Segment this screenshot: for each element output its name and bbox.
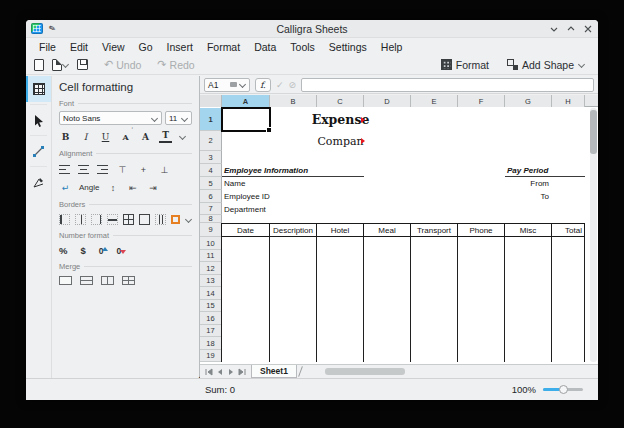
dock-tab-default-tool[interactable] — [26, 107, 51, 133]
align-left-icon[interactable] — [59, 165, 70, 174]
table-header-cell[interactable]: Description — [269, 223, 317, 237]
superscript-button[interactable]: A — [119, 130, 132, 143]
accept-formula-icon[interactable]: ✓ — [276, 80, 284, 90]
bold-button[interactable]: B — [59, 130, 72, 143]
align-middle-icon[interactable]: + — [137, 163, 150, 176]
dock-tab-cell-tools[interactable] — [26, 76, 51, 102]
dock-tab-calligraphy-tool[interactable] — [26, 169, 51, 195]
row-header-11[interactable]: 11 — [200, 250, 222, 262]
menu-item[interactable]: Go — [132, 40, 160, 54]
cell-A7[interactable]: Department — [222, 203, 317, 215]
format-button[interactable]: Format — [436, 57, 494, 73]
row-header-8[interactable]: 8 — [200, 215, 222, 223]
menu-item[interactable]: Data — [247, 40, 283, 54]
border-vertical-icon[interactable] — [75, 214, 86, 225]
menu-item[interactable]: Edit — [63, 40, 95, 54]
table-header-cell[interactable]: Phone — [457, 223, 505, 237]
horizontal-scrollbar-thumb[interactable] — [325, 368, 405, 375]
menu-item[interactable]: File — [32, 40, 63, 54]
table-header-cell[interactable]: Transport — [410, 223, 458, 237]
merge-cells-icon[interactable] — [59, 276, 72, 285]
unmerge-cells-icon[interactable] — [122, 276, 135, 285]
undo-label[interactable]: Undo — [116, 59, 141, 71]
cell-reference-box[interactable]: A1 — [204, 78, 250, 92]
border-left-icon[interactable] — [59, 214, 70, 225]
cell-C1[interactable]: Expense — [317, 108, 364, 131]
align-right-icon[interactable] — [97, 165, 108, 174]
column-header-E[interactable]: E — [411, 95, 458, 107]
row-header-12[interactable]: 12 — [200, 262, 222, 275]
sheet-tab[interactable]: Sheet1 — [251, 365, 297, 378]
vertical-scrollbar-thumb[interactable] — [590, 110, 597, 154]
subscript-button[interactable]: A — [139, 130, 152, 143]
row-header-16[interactable]: 16 — [200, 312, 222, 325]
minimize-icon[interactable] — [550, 25, 558, 33]
column-header-C[interactable]: C — [317, 95, 364, 107]
first-sheet-icon[interactable] — [204, 367, 213, 376]
next-sheet-icon[interactable] — [226, 367, 235, 376]
border-color-swatch[interactable] — [171, 215, 180, 224]
row-header-10[interactable]: 10 — [200, 237, 222, 250]
row-header-14[interactable]: 14 — [200, 287, 222, 300]
select-all-corner[interactable] — [200, 95, 222, 107]
row-header-2[interactable]: 2 — [200, 131, 222, 151]
row-header-18[interactable]: 18 — [200, 337, 222, 350]
column-header-B[interactable]: B — [270, 95, 317, 107]
angle-button[interactable]: Angle — [79, 183, 99, 192]
table-header-cell[interactable]: Hotel — [316, 223, 364, 237]
row-header-5[interactable]: 5 — [200, 177, 222, 190]
indent-increase-icon[interactable]: ⇥ — [146, 181, 159, 194]
increase-precision-button[interactable]: 0 — [99, 246, 104, 256]
menu-item[interactable]: Insert — [160, 40, 200, 54]
vertical-text-icon[interactable]: ↕ — [106, 181, 119, 194]
border-right-icon[interactable] — [91, 214, 102, 225]
row-header-4[interactable]: 4 — [200, 164, 222, 177]
open-dropdown-icon[interactable] — [62, 61, 69, 68]
decrease-precision-button[interactable]: 0 — [116, 246, 121, 256]
row-header-13[interactable]: 13 — [200, 275, 222, 287]
align-center-icon[interactable] — [78, 165, 89, 174]
currency-format-button[interactable]: $ — [80, 245, 85, 256]
titlebar[interactable]: ✎ Calligra Sheets — [26, 20, 598, 38]
maximize-icon[interactable] — [567, 25, 575, 33]
menu-item[interactable]: Help — [374, 40, 410, 54]
border-all-icon[interactable] — [123, 214, 134, 225]
column-header-D[interactable]: D — [364, 95, 411, 107]
save-icon[interactable] — [77, 57, 88, 73]
previous-sheet-icon[interactable] — [215, 367, 224, 376]
border-inner-icon[interactable] — [155, 214, 166, 225]
cancel-formula-icon[interactable]: ⊘ — [289, 80, 297, 90]
column-header-A[interactable]: A — [222, 95, 270, 107]
merge-vertical-icon[interactable] — [101, 276, 114, 285]
underline-button[interactable]: U — [99, 130, 112, 143]
text-color-button[interactable]: T — [159, 130, 172, 143]
row-header-17[interactable]: 17 — [200, 325, 222, 337]
align-bottom-icon[interactable]: ⊥ — [158, 163, 171, 176]
row-header-1[interactable]: 1 — [200, 108, 222, 131]
last-sheet-icon[interactable] — [237, 367, 246, 376]
table-header-cell[interactable]: Date — [221, 223, 270, 237]
wrap-text-icon[interactable]: ↵ — [59, 181, 72, 194]
menu-item[interactable]: Settings — [322, 40, 374, 54]
font-size-select[interactable]: 11 — [165, 111, 192, 125]
border-horizontal-icon[interactable] — [107, 214, 118, 225]
cell-A4[interactable]: Employee Information — [222, 164, 364, 177]
add-shape-button[interactable]: Add Shape — [502, 57, 590, 73]
text-color-dropdown-icon[interactable] — [179, 133, 186, 140]
table-header-cell[interactable]: Meal — [363, 223, 411, 237]
row-header-3[interactable]: 3 — [200, 151, 222, 164]
open-document-icon[interactable] — [52, 57, 62, 73]
cell-G6[interactable]: To — [505, 190, 552, 203]
formula-input[interactable] — [301, 78, 594, 92]
row-header-6[interactable]: 6 — [200, 190, 222, 203]
menu-item[interactable]: View — [95, 40, 132, 54]
vertical-scrollbar[interactable] — [590, 108, 597, 362]
cell-A5[interactable]: Name — [222, 177, 317, 190]
border-outline-icon[interactable] — [139, 214, 150, 225]
border-dropdown-icon[interactable] — [185, 216, 192, 223]
align-top-icon[interactable]: ⊤ — [116, 163, 129, 176]
redo-label[interactable]: Redo — [170, 59, 195, 71]
merge-horizontal-icon[interactable] — [80, 276, 93, 285]
table-header-cell[interactable]: Total — [551, 223, 585, 237]
menu-item[interactable]: Tools — [283, 40, 322, 54]
